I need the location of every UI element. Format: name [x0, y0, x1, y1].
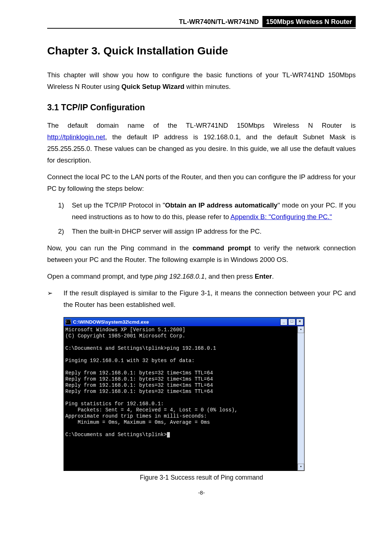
link-tplinklogin[interactable]: http://tplinklogin.net [47, 133, 105, 141]
paragraph-default: The default domain name of the TL-WR741N… [47, 120, 356, 166]
cmd-output: Microsoft Windows XP [Version 5.1.2600] … [65, 327, 238, 438]
figure-ref: Figure 3-1 [180, 289, 211, 297]
page-header: TL-WR740N/TL-WR741ND 150Mbps Wireless N … [47, 16, 356, 27]
step-1: 1) Set up the TCP/IP Protocol in "Obtain… [47, 200, 356, 223]
cmd-titlebar: C:\ C:\WINDOWS\system32\cmd.exe _ □ × [64, 317, 304, 326]
step-number: 2) [58, 226, 64, 237]
result-item: ➢ If the result displayed is similar to … [47, 287, 356, 311]
chapter-title: Chapter 3. Quick Installation Guide [47, 45, 356, 57]
page-number: -8- [47, 489, 356, 496]
text-bold: Quick Setup Wizard [122, 83, 185, 90]
text: , and then press [205, 272, 255, 280]
minimize-button[interactable]: _ [280, 319, 287, 325]
text: Set up the TCP/IP Protocol in " [72, 201, 165, 209]
result-list: ➢ If the result displayed is similar to … [47, 287, 356, 311]
section-title: 3.1 TCP/IP Configuration [47, 103, 356, 112]
scroll-track[interactable] [298, 333, 304, 464]
scroll-down-icon[interactable]: ▾ [298, 464, 304, 471]
arrow-icon: ➢ [47, 287, 53, 299]
cmd-window: C:\ C:\WINDOWS\system32\cmd.exe _ □ × Mi… [64, 317, 305, 471]
step-number: 1) [58, 200, 64, 211]
intro-paragraph: This chapter will show you how to config… [47, 69, 356, 93]
text: within minutes. [184, 83, 231, 90]
steps-list: 1) Set up the TCP/IP Protocol in "Obtain… [47, 200, 356, 237]
cmd-title-text: C:\WINDOWS\system32\cmd.exe [73, 319, 280, 325]
cmd-body: Microsoft Windows XP [Version 5.1.2600] … [64, 326, 304, 471]
cmd-icon: C:\ [65, 319, 71, 325]
text: Open a command prompt, and type [47, 272, 155, 280]
text: Then the built-in DHCP server will assig… [72, 227, 262, 235]
scroll-up-icon[interactable]: ▴ [298, 326, 304, 333]
cursor-icon: _ [167, 432, 170, 438]
text-italic: ping 192.168.0.1 [155, 272, 205, 280]
text: The default domain name of the TL-WR741N… [47, 122, 356, 129]
text-bold: command prompt [192, 244, 251, 252]
link-appendix-b[interactable]: Appendix B: "Configuring the PC." [230, 213, 332, 221]
figure-caption: Figure 3-1 Success result of Ping comman… [47, 474, 356, 481]
text: If the result displayed is similar to th… [64, 289, 180, 297]
paragraph-connect: Connect the local PC to the LAN ports of… [47, 171, 356, 194]
step-2: 2) Then the built-in DHCP server will as… [47, 226, 356, 237]
maximize-button[interactable]: □ [288, 319, 295, 325]
paragraph-open: Open a command prompt, and type ping 192… [47, 271, 356, 282]
close-button[interactable]: × [296, 319, 303, 325]
header-product: 150Mbps Wireless N Router [262, 16, 356, 27]
text: Now, you can run the Ping command in the [47, 244, 192, 252]
header-model: TL-WR740N/TL-WR741ND [47, 16, 262, 27]
text-bold: Enter [255, 272, 272, 280]
header-rule [47, 28, 356, 29]
text: . [272, 272, 274, 280]
text-bold: Obtain an IP address automatically [165, 201, 278, 209]
paragraph-now: Now, you can run the Ping command in the… [47, 242, 356, 266]
cmd-scrollbar[interactable]: ▴ ▾ [297, 326, 304, 471]
